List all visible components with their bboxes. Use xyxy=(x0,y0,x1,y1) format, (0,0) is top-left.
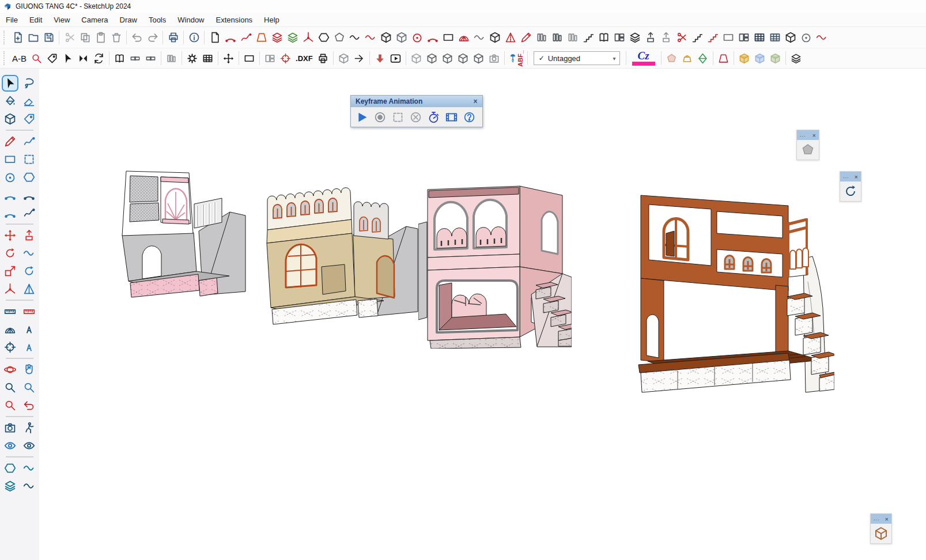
export-video-button[interactable] xyxy=(444,109,459,124)
cutlist-table-button[interactable] xyxy=(200,51,216,66)
circle-tool[interactable] xyxy=(2,169,18,186)
close-icon[interactable]: × xyxy=(853,173,859,180)
search-button[interactable] xyxy=(29,51,44,66)
flip-along-button[interactable] xyxy=(75,51,91,66)
arc-center-plus-button[interactable] xyxy=(222,30,238,46)
move-origin-button[interactable] xyxy=(221,51,236,66)
new-button[interactable] xyxy=(10,30,25,46)
export-3d-button[interactable] xyxy=(336,51,351,66)
rect-outline-button[interactable] xyxy=(241,51,257,66)
shell-material-button[interactable] xyxy=(664,51,679,66)
chevron-down-icon[interactable]: ▾ xyxy=(609,55,619,62)
drag-dots-icon[interactable]: ... xyxy=(843,175,853,178)
stair-profile-button[interactable] xyxy=(689,30,705,46)
drag-dots-icon[interactable]: ... xyxy=(800,134,811,137)
model-bunk-bed-white-pink[interactable] xyxy=(112,158,251,298)
rectangle-tool[interactable] xyxy=(2,151,18,168)
round-corner-button[interactable] xyxy=(425,30,440,46)
zoom-tool[interactable] xyxy=(2,379,18,396)
dxf-export-button[interactable]: .DXF xyxy=(293,51,315,66)
layer-stack-button[interactable] xyxy=(269,30,285,46)
cube-green-button[interactable] xyxy=(768,51,783,66)
bevel-cone-button[interactable] xyxy=(502,30,518,46)
wire-box-button[interactable] xyxy=(487,30,502,46)
delete-button[interactable] xyxy=(108,30,124,46)
center-mark-button[interactable] xyxy=(278,51,293,66)
keyframe-animation-dialog[interactable]: Keyframe Animation × xyxy=(350,95,483,127)
strap-bend-button[interactable] xyxy=(814,30,829,46)
viewport-3d[interactable]: Keyframe Animation × ... × ... × xyxy=(39,69,926,560)
sticky-note-button[interactable] xyxy=(207,30,222,46)
clamp-end-button[interactable] xyxy=(127,51,143,66)
rotate-gizmo-panel[interactable]: ... × xyxy=(840,171,861,202)
zoom-extents-tool[interactable] xyxy=(2,397,18,414)
ab-style-button[interactable]: A-B xyxy=(10,51,29,66)
column-layout-button[interactable] xyxy=(164,51,179,66)
close-icon[interactable]: × xyxy=(471,97,480,106)
paint-bucket-tool[interactable] xyxy=(2,93,18,109)
gem-tool-button[interactable] xyxy=(695,51,710,66)
field-of-view-tool[interactable] xyxy=(21,437,37,454)
select-cursor-button[interactable] xyxy=(60,51,75,66)
cut-button[interactable] xyxy=(62,30,77,46)
escalator-button[interactable] xyxy=(705,30,720,46)
box-dome-button[interactable] xyxy=(378,30,394,46)
menu-item-edit[interactable]: Edit xyxy=(24,14,48,26)
record-keyframe-button[interactable] xyxy=(372,109,387,124)
component-box-icon[interactable] xyxy=(874,527,888,540)
redo-button[interactable] xyxy=(145,30,160,46)
select-tool[interactable] xyxy=(2,75,18,92)
rotated-rectangle-tool[interactable] xyxy=(21,151,37,168)
menu-item-view[interactable]: View xyxy=(48,14,75,26)
cabinet-grid-button[interactable] xyxy=(767,30,783,46)
model-bunk-bed-brown[interactable] xyxy=(615,190,834,397)
crop-region-button[interactable] xyxy=(716,51,731,66)
menu-item-camera[interactable]: Camera xyxy=(75,14,114,26)
position-camera-tool[interactable] xyxy=(2,419,18,436)
box-cut-button[interactable] xyxy=(394,30,409,46)
camera-view-button[interactable] xyxy=(486,51,502,66)
drape-surface-button[interactable] xyxy=(331,30,347,46)
play-video-button[interactable] xyxy=(388,51,403,66)
wireframe-box-button[interactable] xyxy=(440,51,455,66)
panel-title-bar[interactable]: ... × xyxy=(797,130,819,140)
eraser-tool[interactable] xyxy=(21,93,37,109)
walk-tool[interactable] xyxy=(21,419,37,436)
close-icon[interactable]: × xyxy=(811,132,817,139)
xray-box-button[interactable] xyxy=(409,51,424,66)
components-tool[interactable] xyxy=(2,111,18,127)
ring-slats-button[interactable] xyxy=(798,30,814,46)
mirror-tool[interactable] xyxy=(21,281,37,297)
cube-blue-button[interactable] xyxy=(752,51,768,66)
copy-button[interactable] xyxy=(77,30,93,46)
press-base-button[interactable] xyxy=(658,30,674,46)
slat-drum-button[interactable] xyxy=(565,30,580,46)
axes-tool[interactable] xyxy=(2,281,18,297)
shelf-rack-button[interactable] xyxy=(627,30,642,46)
model-info-button[interactable] xyxy=(186,30,202,46)
component-box-panel[interactable]: ... × xyxy=(870,513,892,544)
zigzag-strip-button[interactable] xyxy=(580,30,596,46)
protractor-tool[interactable] xyxy=(2,321,18,338)
style-layers-button[interactable] xyxy=(788,51,804,66)
monochrome-box-button[interactable] xyxy=(471,51,486,66)
drag-dots-icon[interactable]: ... xyxy=(874,517,884,520)
axes-compass-tool[interactable] xyxy=(2,339,18,355)
face-style-panel[interactable]: ... × xyxy=(796,130,819,160)
three-d-text-tool[interactable] xyxy=(21,339,37,355)
tag-filter-dropdown[interactable]: ✓ Untagged ▾ xyxy=(534,51,620,65)
model-bunk-bed-castle[interactable] xyxy=(264,184,419,326)
follow-me-tool[interactable] xyxy=(21,245,37,262)
timing-button[interactable] xyxy=(426,109,441,124)
undo-button[interactable] xyxy=(129,30,145,46)
rotate-gizmo-icon[interactable] xyxy=(844,184,857,198)
offset-curve-button[interactable] xyxy=(471,30,487,46)
dialog-title-bar[interactable]: Keyframe Animation × xyxy=(351,96,482,107)
select-keys-button[interactable] xyxy=(390,109,405,124)
polygon-tool[interactable] xyxy=(21,169,37,186)
bezier-tool[interactable] xyxy=(21,205,37,221)
open-button[interactable] xyxy=(25,30,41,46)
tape-measure-tool[interactable] xyxy=(2,303,18,320)
bag-tool-button[interactable] xyxy=(679,51,695,66)
dimension-tool[interactable] xyxy=(21,303,37,320)
